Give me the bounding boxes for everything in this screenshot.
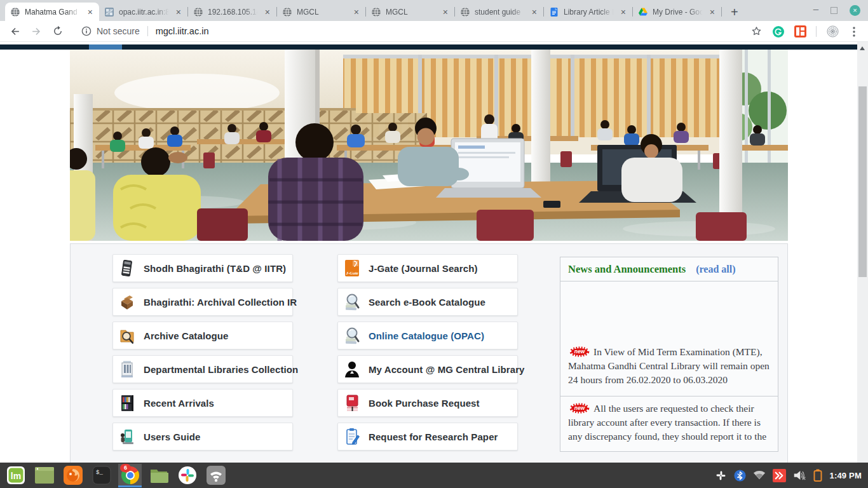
close-tab-icon[interactable]: ×: [531, 7, 538, 17]
page-scrollbar[interactable]: [857, 42, 868, 463]
link-label: My Account @ MG Central Library: [369, 364, 525, 375]
gdocs-icon: [549, 7, 559, 17]
link-recent-arrivals[interactable]: Recent Arrivals: [112, 389, 293, 417]
battery-icon[interactable]: [813, 469, 822, 482]
slack-app[interactable]: [175, 464, 199, 487]
link-label: Archive Catalogue: [144, 330, 228, 341]
toolbar-extensions: [750, 21, 859, 42]
search-books-icon: [344, 292, 360, 311]
link-shodh-bhagirathi[interactable]: Shodh Bhagirathi (T&D @ IITR): [112, 254, 293, 282]
link-search-ebook[interactable]: Search e-Book Catalogue: [337, 288, 518, 316]
svg-text:new: new: [574, 405, 586, 411]
tab-library-article[interactable]: Library Article D ×: [544, 3, 632, 21]
wifi-icon[interactable]: [753, 470, 766, 480]
news-scroll-area: newIn View of Mid Term Examination (MTE)…: [560, 281, 778, 451]
globe-icon: [10, 7, 20, 17]
tab-mgcl-2[interactable]: MGCL ×: [366, 3, 454, 21]
link-my-account[interactable]: My Account @ MG Central Library: [337, 355, 518, 383]
forward-button[interactable]: [25, 23, 47, 39]
mint-menu-button[interactable]: lm: [4, 464, 27, 487]
koha-icon: [104, 7, 114, 17]
menu-dots-icon[interactable]: [849, 26, 859, 37]
close-tab-icon[interactable]: ×: [442, 7, 449, 17]
archive-box-icon: [119, 292, 135, 311]
person-icon: [344, 360, 360, 379]
network-settings-app[interactable]: [204, 464, 227, 487]
anydesk-icon[interactable]: [773, 469, 786, 482]
close-tab-icon[interactable]: ×: [353, 7, 360, 17]
slack-tray-icon[interactable]: [715, 470, 727, 482]
green-window-app[interactable]: [32, 464, 56, 487]
tab-title: MGCL: [297, 8, 348, 17]
link-label: Shodh Bhagirathi (T&D @ IITR): [144, 263, 286, 274]
red-book-icon: [344, 393, 360, 412]
read-all-link[interactable]: (read all): [696, 264, 735, 275]
link-book-purchase-request[interactable]: Book Purchase Request: [337, 389, 518, 417]
url-text[interactable]: mgcl.iitr.ac.in: [156, 26, 209, 36]
reload-button[interactable]: [47, 23, 69, 39]
forward-icon: [31, 25, 43, 37]
close-tab-icon[interactable]: ×: [620, 7, 627, 17]
browser-toolbar: Not secure mgcl.iitr.ac.in: [0, 21, 868, 42]
browser-tab-strip: Mahatma Gand × opac.iitr.ac.in:8 × 192.1…: [0, 0, 868, 21]
link-label: Recent Arrivals: [144, 398, 214, 409]
book-stack-icon: [119, 259, 135, 278]
chrome-notification-badge: 6: [120, 464, 131, 472]
close-tab-icon[interactable]: ×: [264, 7, 271, 17]
link-archive-catalogue[interactable]: Archive Catalogue: [112, 322, 293, 349]
link-label: J-Gate (Journal Search): [369, 263, 478, 274]
link-jgate[interactable]: J-Gate J-Gate (Journal Search): [337, 254, 518, 282]
grammarly-icon[interactable]: [772, 25, 785, 38]
news-item: newAll the users are requested to check …: [560, 396, 778, 450]
terminal-app[interactable]: $_: [90, 464, 113, 487]
svg-text:J-Gate: J-Gate: [346, 271, 358, 276]
link-label: Online Catalogue (OPAC): [369, 330, 484, 341]
close-tab-icon[interactable]: ×: [86, 7, 94, 17]
tab-mahatma-gandhi-library[interactable]: Mahatma Gand ×: [5, 3, 99, 21]
close-tab-icon[interactable]: ×: [709, 7, 716, 17]
chrome-app[interactable]: 6: [118, 464, 142, 487]
link-label: Request for Research Paper: [369, 431, 498, 442]
close-tab-icon[interactable]: ×: [175, 7, 182, 17]
tab-opac[interactable]: opac.iitr.ac.in:8 ×: [99, 3, 187, 21]
link-column-left: Shodh Bhagirathi (T&D @ IITR) Bhagirathi…: [112, 254, 293, 451]
nav-active-indicator: [89, 44, 122, 50]
site-navigation-bar: [0, 44, 868, 50]
taskbar-apps: lm $_ 6: [0, 464, 227, 487]
back-button[interactable]: [4, 23, 25, 39]
link-users-guide[interactable]: Users Guide: [112, 423, 293, 451]
tab-student-guide[interactable]: student guide ×: [455, 3, 543, 21]
tab-ip-address[interactable]: 192.168.105.14 ×: [188, 3, 276, 21]
link-label: Departmental Libraries Collection: [144, 364, 298, 375]
security-label[interactable]: Not secure: [97, 26, 140, 36]
mandala-extension-icon[interactable]: [826, 25, 839, 38]
svg-text:$_: $_: [96, 470, 103, 476]
bookmark-star-icon[interactable]: [750, 25, 763, 37]
link-bhagirathi-archival[interactable]: Bhagirathi: Archival Collection IR: [112, 288, 293, 316]
link-request-research-paper[interactable]: Request for Research Paper: [337, 423, 518, 451]
tab-my-drive[interactable]: My Drive - Goo ×: [633, 3, 721, 21]
clock[interactable]: 1:49 PM: [829, 471, 862, 480]
firefox-app[interactable]: [61, 464, 85, 487]
tab-separator: [721, 7, 722, 17]
red-grid-extension-icon[interactable]: [794, 25, 806, 37]
address-bar[interactable]: Not secure mgcl.iitr.ac.in: [81, 26, 209, 36]
link-online-catalogue-opac[interactable]: Online Catalogue (OPAC): [337, 322, 518, 349]
scrollbar-up-arrow-icon[interactable]: [860, 46, 865, 50]
back-icon: [9, 25, 21, 37]
terminal-icon: $_: [92, 466, 111, 485]
link-label: Users Guide: [144, 431, 200, 442]
globe-icon: [193, 7, 203, 17]
tab-mgcl-1[interactable]: MGCL ×: [277, 3, 365, 21]
scrollbar-thumb[interactable]: [858, 86, 867, 277]
restore-button[interactable]: [831, 7, 837, 14]
new-tab-button[interactable]: +: [731, 6, 738, 18]
link-departmental-libraries[interactable]: Departmental Libraries Collection: [112, 355, 293, 383]
bluetooth-icon[interactable]: [734, 470, 746, 482]
minimize-button[interactable]: –: [813, 4, 818, 13]
tab-title: Library Article D: [564, 8, 615, 17]
close-window-button[interactable]: ×: [850, 5, 860, 16]
building-icon: [119, 360, 135, 379]
volume-muted-icon[interactable]: [793, 470, 806, 481]
file-manager-app[interactable]: [147, 464, 170, 487]
